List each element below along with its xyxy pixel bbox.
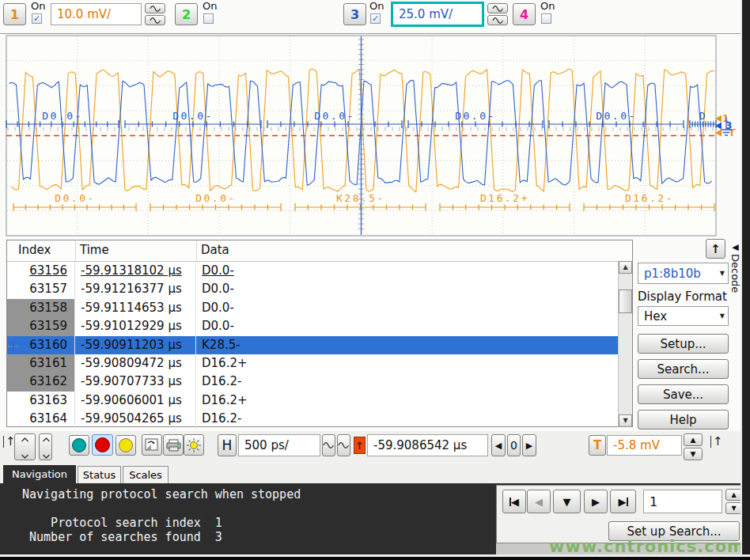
cell-time: -59.91318102 µs [75, 262, 196, 280]
help-button[interactable]: Help [638, 410, 729, 429]
column-separator [196, 240, 197, 261]
position-right-button[interactable]: ▶ [522, 434, 536, 456]
bottom-toolbar: ↑ H 500 ps/ ↑ -59.9086542 µs ◀ 0 ▶ T -5.… [0, 431, 741, 465]
table-scrollbar[interactable]: ▲ ▼ [618, 261, 632, 427]
next-result-button[interactable]: ▶ [584, 490, 608, 513]
window-right-edge [741, 0, 750, 560]
search-button[interactable]: Search... [638, 359, 729, 379]
first-result-button[interactable]: ◀ [502, 490, 526, 513]
format-select-dropdown[interactable]: Hex▼ [638, 306, 729, 326]
trigger-setup-button[interactable]: T [589, 435, 606, 456]
column-header-index[interactable]: Index [18, 243, 51, 257]
tab-scales[interactable]: Scales [123, 466, 169, 483]
decode-listing-table[interactable]: Index Time Data 63156-59.91318102 µsD0.0… [6, 240, 633, 427]
column-header-data[interactable]: Data [201, 243, 229, 257]
watermark: www.cntronics.com [549, 537, 745, 556]
table-row[interactable]: 63161-59.90809472 µsD16.2+ [7, 354, 632, 373]
last-result-button[interactable]: ▶ [610, 490, 636, 513]
search-index-field[interactable]: 1 [643, 490, 722, 513]
cell-index: 63164 [7, 410, 75, 428]
previous-result-button[interactable]: ◀ [527, 490, 551, 513]
channel-4-on-checkbox[interactable] [541, 13, 551, 24]
position-zero-button[interactable]: 0 [507, 434, 521, 456]
horizontal-setup-button[interactable]: H [218, 434, 237, 456]
table-row[interactable]: 63164-59.90504265 µsD16.2- [7, 410, 632, 428]
channel-3-button[interactable]: 3 [343, 3, 366, 25]
search-navigation-panel: ◀ ◀ ▼ ▶ ▶ 1 ▲ ▼ Set up Search... [496, 485, 742, 543]
scale-smaller-icon[interactable] [145, 15, 165, 25]
channel-1-on-checkbox[interactable]: ✓ [32, 13, 42, 24]
result-dropdown-button[interactable]: ▼ [553, 490, 581, 513]
decode-symbol-label: D0.0- [172, 110, 214, 122]
cell-index: 63162 [7, 373, 75, 391]
bus-select-dropdown[interactable]: p1:8b10b▼ [638, 263, 729, 284]
timebase-zoom-out-icon[interactable] [322, 434, 335, 456]
marker-up-icon: ↑ [710, 436, 723, 448]
position-left-button[interactable]: ◀ [491, 434, 506, 456]
scale-larger-icon[interactable] [487, 3, 508, 13]
screen-capture-button[interactable] [142, 434, 162, 456]
timebase-zoom-in-icon[interactable] [337, 434, 350, 456]
trigger-level-down-button[interactable]: ▼ [684, 448, 703, 460]
channel-3-scale-field[interactable]: 25.0 mV/ [393, 4, 482, 25]
table-row[interactable]: 63159-59.91012929 µsD0.0- [7, 317, 632, 335]
cell-index: 63157 [7, 280, 75, 298]
vertical-compress-button[interactable] [39, 433, 52, 460]
column-header-time[interactable]: Time [80, 243, 109, 257]
table-row[interactable]: 63157-59.91216377 µsD0.0- [7, 280, 632, 298]
collapse-left-icon: ◀ [732, 242, 738, 252]
table-row[interactable]: 63156-59.91318102 µsD0.0- [7, 262, 632, 280]
table-row[interactable]: 63160-59.90911203 µsK28.5- [7, 336, 632, 354]
scale-larger-icon[interactable] [145, 3, 165, 13]
decode-symbol-label: D16.2- [625, 192, 674, 204]
vertical-expand-button[interactable] [14, 433, 36, 460]
decode-symbol-label: D0.0- [195, 192, 237, 204]
channel-3-on-label: On [369, 0, 384, 12]
scrollbar-up-button[interactable]: ▲ [619, 261, 632, 274]
tab-navigation[interactable]: Navigation [3, 465, 76, 483]
channel-1-scale-field[interactable]: 10.0 mV/ [51, 3, 142, 25]
panel-collapse-up-button[interactable]: ↑ [706, 239, 725, 259]
index-down-button[interactable]: ▼ [725, 502, 742, 514]
table-row[interactable]: 63163-59.90606001 µsD16.2+ [7, 392, 632, 410]
trigger-level-up-button[interactable]: ▲ [684, 433, 703, 446]
channel-2-button[interactable]: 2 [175, 3, 198, 25]
channel-bar: 1 On ✓ 10.0 mV/ 2 On 3 On ✓ 25.0 mV/ 4 O… [0, 0, 741, 33]
scrollbar-down-button[interactable]: ▼ [619, 414, 632, 427]
cell-index: 63159 [7, 317, 75, 335]
single-button[interactable] [116, 435, 136, 456]
single-icon [119, 438, 133, 452]
index-up-button[interactable]: ▲ [725, 489, 742, 501]
table-row[interactable]: 63162-59.90707733 µsD16.2- [7, 373, 632, 391]
stop-button[interactable] [92, 434, 113, 456]
decode-symbol-label: D0.0- [314, 110, 355, 122]
print-button[interactable] [163, 434, 184, 456]
table-row[interactable]: 63158-59.91114653 µsD0.0- [7, 299, 632, 317]
channel-4-button[interactable]: 4 [513, 3, 536, 25]
trigger-level-field[interactable]: -5.8 mV [607, 435, 682, 456]
cell-data: D0.0- [196, 280, 632, 298]
timebase-field[interactable]: 500 ps/ [238, 434, 320, 456]
cell-time: -59.90809472 µs [75, 354, 196, 373]
scrollbar-thumb[interactable] [619, 289, 632, 313]
brightness-button[interactable] [184, 434, 204, 456]
horizontal-position-field[interactable]: -59.9086542 µs [367, 434, 488, 456]
channel-1-button[interactable]: 1 [3, 3, 26, 25]
channel-4-on-label: On [540, 0, 555, 12]
cell-index: 63161 [7, 354, 75, 373]
cell-data: D0.0- [196, 299, 632, 317]
chevron-down-icon: ▼ [720, 270, 725, 277]
tab-status[interactable]: Status [78, 466, 121, 483]
run-button[interactable] [69, 435, 89, 456]
cell-index: 63158 [7, 299, 75, 317]
channel-2-on-checkbox[interactable] [203, 13, 214, 24]
trigger-slope-button[interactable]: ↑ [354, 437, 366, 454]
window-bottom-edge [0, 557, 750, 560]
decode-symbol-label: D0.0- [596, 110, 637, 122]
cell-time: -59.90504265 µs [75, 410, 196, 428]
save-button[interactable]: Save... [638, 384, 729, 404]
channel-3-on-checkbox[interactable]: ✓ [370, 13, 381, 24]
scope-display[interactable]: D0.0-D0.0-D0.0-D0.0-D0.0-DD0.0-D0.0-K28.… [0, 35, 750, 237]
setup-button[interactable]: Setup... [638, 334, 729, 354]
scale-smaller-icon[interactable] [487, 15, 508, 25]
